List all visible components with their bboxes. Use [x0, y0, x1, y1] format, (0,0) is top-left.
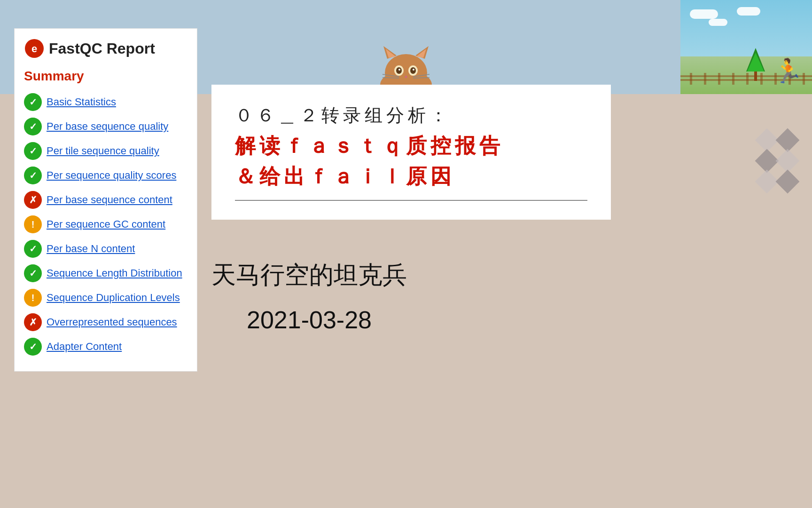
- summary-link-sequence-length-distribution[interactable]: Sequence Length Distribution: [47, 267, 182, 279]
- status-icon-pass: ✓: [24, 93, 42, 111]
- svg-rect-5: [690, 73, 692, 85]
- summary-link-per-base-sequence-quality[interactable]: Per base sequence quality: [47, 120, 168, 133]
- summary-list: ✓Basic Statistics✓Per base sequence qual…: [24, 93, 187, 356]
- author-name: 天马行空的坦克兵: [211, 259, 407, 292]
- svg-point-25: [413, 69, 414, 71]
- svg-rect-6: [704, 73, 706, 85]
- svg-marker-2: [747, 53, 764, 71]
- status-icon-pass: ✓: [24, 118, 42, 135]
- summary-link-per-sequence-quality-scores[interactable]: Per sequence quality scores: [47, 169, 176, 182]
- cloud-2: [709, 19, 727, 26]
- summary-link-per-base-n-content[interactable]: Per base N content: [47, 243, 135, 255]
- diamond-cell-6: [776, 170, 800, 194]
- svg-point-23: [410, 67, 416, 74]
- svg-rect-8: [732, 73, 734, 85]
- main-content-panel: ０６＿２转录组分析： 解读ｆａｓｔｑ质控报告 ＆给出ｆａｉｌ原因: [211, 85, 611, 220]
- svg-rect-13: [803, 73, 805, 85]
- sidebar-title: FastQC Report: [49, 40, 155, 57]
- svg-line-30: [413, 78, 429, 78]
- summary-item-overrepresented-sequences[interactable]: ✗Overrepresented sequences: [24, 313, 187, 331]
- main-title-line1: ０６＿２转录组分析：: [235, 103, 587, 127]
- scene-decoration: 🏃: [680, 0, 812, 94]
- svg-rect-9: [746, 73, 749, 85]
- status-icon-pass: ✓: [24, 338, 42, 356]
- main-title-line2: 解读ｆａｓｔｑ质控报告: [235, 132, 587, 160]
- summary-heading: Summary: [24, 69, 187, 84]
- summary-link-adapter-content[interactable]: Adapter Content: [47, 341, 122, 353]
- summary-item-sequence-length-distribution[interactable]: ✓Sequence Length Distribution: [24, 264, 187, 282]
- summary-item-per-base-sequence-quality[interactable]: ✓Per base sequence quality: [24, 118, 187, 135]
- summary-item-adapter-content[interactable]: ✓Adapter Content: [24, 338, 187, 356]
- status-icon-fail: ✗: [24, 191, 42, 209]
- svg-point-24: [398, 69, 400, 71]
- cloud-3: [737, 7, 760, 16]
- status-icon-warn: !: [24, 215, 42, 233]
- summary-item-sequence-duplication-levels[interactable]: !Sequence Duplication Levels: [24, 289, 187, 307]
- svg-rect-10: [760, 73, 763, 85]
- status-icon-pass: ✓: [24, 264, 42, 282]
- summary-item-per-sequence-gc-content[interactable]: !Per sequence GC content: [24, 215, 187, 233]
- bottom-section: 天马行空的坦克兵 2021-03-28: [211, 259, 407, 334]
- summary-item-per-base-n-content[interactable]: ✓Per base N content: [24, 240, 187, 258]
- status-icon-pass: ✓: [24, 142, 42, 160]
- summary-item-per-sequence-quality-scores[interactable]: ✓Per sequence quality scores: [24, 167, 187, 184]
- date-text: 2021-03-28: [211, 306, 407, 334]
- summary-link-per-sequence-gc-content[interactable]: Per sequence GC content: [47, 218, 165, 230]
- main-title-line3: ＆给出ｆａｉｌ原因: [235, 163, 587, 190]
- running-person-icon: 🏃: [773, 57, 803, 85]
- cloud-1: [690, 9, 718, 19]
- sidebar-header: e FastQC Report: [24, 38, 187, 59]
- status-icon-warn: !: [24, 289, 42, 307]
- summary-link-per-tile-sequence-quality[interactable]: Per tile sequence quality: [47, 145, 159, 157]
- summary-item-basic-statistics[interactable]: ✓Basic Statistics: [24, 93, 187, 111]
- summary-link-per-base-sequence-content[interactable]: Per base sequence content: [47, 194, 172, 206]
- summary-item-per-base-sequence-content[interactable]: ✗Per base sequence content: [24, 191, 187, 209]
- content-divider: [235, 200, 587, 201]
- summary-link-sequence-duplication-levels[interactable]: Sequence Duplication Levels: [47, 292, 180, 304]
- svg-text:e: e: [31, 43, 37, 55]
- summary-link-overrepresented-sequences[interactable]: Overrepresented sequences: [47, 316, 177, 328]
- svg-point-22: [396, 67, 402, 74]
- diamond-decoration: [758, 132, 798, 192]
- summary-item-per-tile-sequence-quality[interactable]: ✓Per tile sequence quality: [24, 142, 187, 160]
- svg-line-28: [383, 78, 399, 78]
- status-icon-pass: ✓: [24, 240, 42, 258]
- svg-rect-7: [718, 73, 720, 85]
- sidebar: e FastQC Report Summary ✓Basic Statistic…: [14, 28, 197, 372]
- summary-link-basic-statistics[interactable]: Basic Statistics: [47, 96, 116, 108]
- status-icon-pass: ✓: [24, 167, 42, 184]
- status-icon-fail: ✗: [24, 313, 42, 331]
- fastqc-logo-icon: e: [24, 38, 45, 59]
